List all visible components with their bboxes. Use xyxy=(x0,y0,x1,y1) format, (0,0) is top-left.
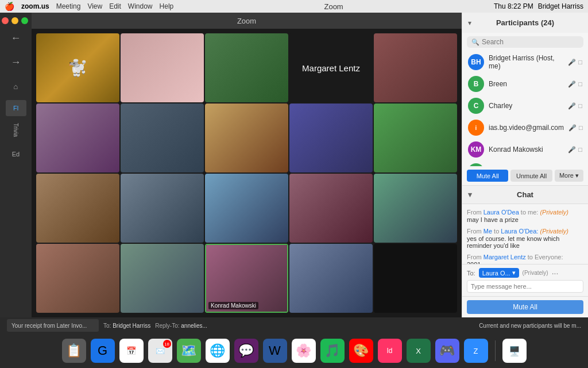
video-cell-10[interactable] xyxy=(374,103,457,172)
chat-from-3: From Margaret Lentz to Everyone: xyxy=(467,254,583,260)
chat-section: ▾ Chat From Laura O'Dea to me: (Privatel… xyxy=(462,186,588,296)
video-cell-11[interactable] xyxy=(36,174,119,243)
chat-recipient: Laura O... xyxy=(482,270,510,277)
close-button[interactable] xyxy=(2,17,9,24)
video-cell-13[interactable] xyxy=(205,174,288,243)
home-button[interactable]: ⌂ xyxy=(5,76,28,97)
chat-messages: From Laura O'Dea to me: (Privately) may … xyxy=(462,204,588,264)
participant-avatar-bridget: BH xyxy=(468,54,484,70)
video-cell-7[interactable] xyxy=(121,103,204,172)
chat-mute-all-button[interactable]: Mute All xyxy=(467,300,583,314)
taskbar-icon-excel[interactable]: X xyxy=(407,339,431,363)
taskbar-icon-18[interactable]: ✉️18 xyxy=(148,339,172,363)
participant-icons-ias: 🎤 □ xyxy=(568,124,583,132)
video-grid: 🐩 Margaret Lentz xyxy=(32,29,462,317)
video-cell-5[interactable] xyxy=(374,33,457,102)
taskbar-icon-chrome[interactable]: 🌐 xyxy=(206,339,230,363)
taskbar-icon-zoom[interactable]: Z xyxy=(464,339,488,363)
video-cell-2[interactable] xyxy=(121,33,204,102)
video-cell-3[interactable] xyxy=(205,33,288,102)
email-to-value: Bridget Harriss xyxy=(113,323,150,329)
taskbar-icon-maps[interactable]: 🗺️ xyxy=(177,339,201,363)
video-cell-14[interactable] xyxy=(289,174,373,243)
taskbar-icon-2[interactable]: G xyxy=(91,339,115,363)
chat-privately-label: (Privately) xyxy=(523,270,548,276)
participants-header: ▾ Participants (24) xyxy=(462,13,588,33)
video-cell-19[interactable] xyxy=(289,244,373,313)
participant-item-ias[interactable]: i ias.bg.video@gmail.com 🎤 □ xyxy=(462,117,588,139)
taskbar-icon-calendar[interactable]: 📅 xyxy=(119,339,144,363)
menubar-time: Thu 8:22 PM xyxy=(494,2,533,10)
tab-1[interactable]: Fl xyxy=(6,100,26,116)
forward-button[interactable]: → xyxy=(5,52,28,72)
email-reply-to: Reply-To: annelies... xyxy=(155,323,207,329)
email-preview-bar[interactable]: Your receipt from Later Invo... xyxy=(7,319,99,332)
participants-list: BH Bridget Harriss (Host, me) 🎤 □ B Bree… xyxy=(462,51,588,166)
chat-input-area: To: Laura O... ▾ (Privately) ··· xyxy=(462,264,588,296)
chat-more-icon[interactable]: ··· xyxy=(552,269,559,278)
unmute-all-button[interactable]: Unmute All xyxy=(510,170,552,182)
mic-icon-2: 🎤 xyxy=(568,80,576,88)
edit-button[interactable]: Ed xyxy=(5,144,28,164)
participant-item-charley[interactable]: C Charley 🎤 □ xyxy=(462,95,588,117)
participant-item-bridget[interactable]: BH Bridget Harriss (Host, me) 🎤 □ xyxy=(462,51,588,73)
video-cell-konrad[interactable]: Konrad Makowski xyxy=(205,244,288,313)
video-cell-4-name[interactable]: Margaret Lentz xyxy=(289,33,373,102)
participant-icons-charley: 🎤 □ xyxy=(568,102,582,110)
chat-message-2: From Me to Laura O'Dea: (Privately) yes … xyxy=(467,228,583,249)
apple-icon: 🍎 xyxy=(5,2,14,11)
menubar-view[interactable]: View xyxy=(87,2,102,10)
taskbar-icon-1[interactable]: 📋 xyxy=(62,339,86,363)
chevron-down-icon: ▾ xyxy=(512,269,516,277)
video-cell-15[interactable] xyxy=(374,174,457,243)
menubar-meeting[interactable]: Meeting xyxy=(56,2,81,10)
participants-section: ▾ Participants (24) 🔍 BH Bridget Harriss… xyxy=(462,13,588,186)
mic-icon-4: 🎤 xyxy=(568,124,577,132)
participant-name-charley: Charley xyxy=(489,102,563,110)
menubar-window[interactable]: Window xyxy=(128,2,153,10)
participant-item-breen[interactable]: B Breen 🎤 □ xyxy=(462,73,588,95)
participants-chevron-icon[interactable]: ▾ xyxy=(468,19,471,27)
taskbar-icon-indesign[interactable]: Id xyxy=(378,339,402,363)
video-cell-8[interactable] xyxy=(205,103,288,172)
participants-search-bar[interactable]: 🔍 xyxy=(467,36,583,48)
menubar-edit[interactable]: Edit xyxy=(109,2,121,10)
mute-all-button[interactable]: Mute All xyxy=(467,170,508,182)
video-cell-6[interactable] xyxy=(36,103,119,172)
sidebar-label: Trivia xyxy=(5,120,28,140)
video-cell-1[interactable]: 🐩 xyxy=(36,33,119,102)
chat-message-input[interactable] xyxy=(467,280,583,293)
video-cell-17[interactable] xyxy=(121,244,204,313)
taskbar-icon-spotify[interactable]: 🎵 xyxy=(320,339,345,363)
menubar-help[interactable]: Help xyxy=(160,2,174,10)
taskbar-icon-discord[interactable]: 🎮 xyxy=(435,339,459,363)
video-cell-16[interactable] xyxy=(36,244,119,313)
participant-icons-breen: 🎤 □ xyxy=(568,80,582,88)
chat-chevron-icon[interactable]: ▾ xyxy=(468,190,472,199)
video-cell-9[interactable] xyxy=(289,103,373,172)
chat-message-1: From Laura O'Dea to me: (Privately) may … xyxy=(467,209,583,223)
video-cell-12[interactable] xyxy=(121,174,204,243)
chat-to-selector[interactable]: Laura O... ▾ xyxy=(479,268,519,278)
minimize-button[interactable] xyxy=(11,17,18,24)
taskbar-icon-word[interactable]: W xyxy=(263,339,287,363)
menubar-user: Bridget Harriss xyxy=(538,2,583,10)
mic-icon: 🎤 xyxy=(568,59,576,66)
more-button[interactable]: More ▾ xyxy=(555,170,583,182)
participant-name-konrad: Konrad Makowski xyxy=(489,145,563,154)
video-name-tag-konrad: Konrad Makowski xyxy=(208,302,258,309)
participants-search-input[interactable] xyxy=(482,38,579,46)
participant-avatar-charley: C xyxy=(468,98,484,114)
back-button[interactable]: ← xyxy=(5,28,28,48)
video-icon-3: □ xyxy=(578,102,582,110)
taskbar-icon-finder[interactable]: 🖥️ xyxy=(502,339,527,363)
taskbar-icon-slack[interactable]: 💬 xyxy=(234,339,258,363)
video-cell-4-label: Margaret Lentz xyxy=(302,63,360,73)
taskbar-icon-photos[interactable]: 🌸 xyxy=(292,339,316,363)
taskbar-icon-adobe[interactable]: 🎨 xyxy=(349,339,373,363)
participant-item-carm[interactable]: C Carm 🎤 □ xyxy=(462,160,588,166)
chat-to-label: To: xyxy=(467,270,475,277)
participant-item-konrad[interactable]: KM Konrad Makowski 🎤 □ xyxy=(462,139,588,160)
taskbar: 📋 G 📅 ✉️18 🗺️ 🌐 💬 W 🌸 🎵 🎨 Id X 🎮 Z 🖥️ xyxy=(0,334,588,368)
maximize-button[interactable] xyxy=(21,17,28,24)
